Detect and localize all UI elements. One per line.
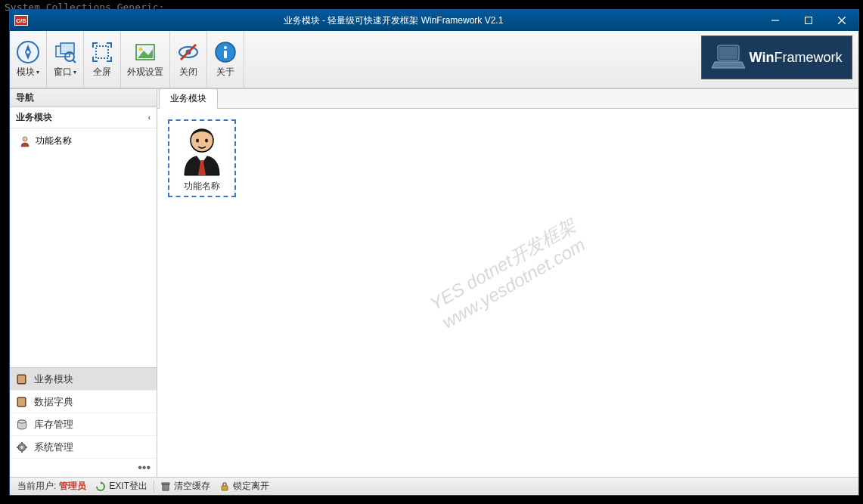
book-icon	[16, 396, 28, 408]
status-clear-cache[interactable]: 清空缓存	[156, 480, 215, 493]
statusbar: 当前用户: 管理员 EXIT登出 清空缓存 锁定离开	[10, 477, 858, 495]
status-current-user: 当前用户: 管理员	[13, 480, 91, 493]
nav-cat-inventory[interactable]: 库存管理	[10, 413, 157, 436]
chevron-down-icon: ▾	[73, 69, 76, 76]
status-user-label: 当前用户:	[17, 480, 56, 493]
nav-panel: 导航 业务模块 ‹ 功能名称 业务模块 数据字典	[10, 89, 157, 477]
ribbon-module-button[interactable]: 模块▾	[10, 31, 47, 88]
tab-strip: 业务模块	[157, 89, 858, 109]
svg-rect-27	[18, 398, 25, 406]
eye-off-icon	[176, 40, 200, 64]
fullscreen-icon	[90, 40, 114, 64]
nav-cat-label: 库存管理	[34, 418, 73, 431]
main-panel: 业务模块 功能名称	[157, 89, 858, 477]
titlebar[interactable]: C/S 业务模块 - 轻量级可快速开发框架 WinFramework V2.1	[10, 10, 858, 31]
svg-point-38	[205, 139, 208, 143]
ribbon-about-button[interactable]: 关于	[207, 31, 244, 88]
person-large-icon	[175, 124, 228, 177]
ribbon-window-button[interactable]: 窗口▾	[47, 31, 84, 88]
brand-logo: WinFramework	[701, 36, 852, 79]
nav-cat-label: 业务模块	[34, 373, 73, 386]
ribbon-appearance-label: 外观设置	[127, 66, 163, 79]
maximize-button[interactable]	[792, 10, 825, 31]
status-user-value: 管理员	[59, 480, 86, 493]
window-title: 业务模块 - 轻量级可快速开发框架 WinFramework V2.1	[28, 14, 759, 27]
ribbon-fullscreen-label: 全屏	[93, 66, 111, 79]
ribbon-appearance-button[interactable]: 外观设置	[121, 31, 170, 88]
ribbon-module-label: 模块	[17, 66, 35, 79]
svg-point-14	[139, 48, 143, 51]
gear-icon	[16, 441, 28, 453]
nav-section-label: 业务模块	[16, 111, 52, 124]
refresh-icon	[95, 481, 106, 492]
nav-cat-system[interactable]: 系统管理	[10, 436, 157, 459]
compass-icon	[16, 40, 40, 64]
svg-point-23	[23, 137, 27, 141]
svg-point-37	[196, 139, 199, 143]
status-exit-login[interactable]: EXIT登出	[91, 480, 152, 493]
minimize-button[interactable]	[759, 10, 792, 31]
module-card-function[interactable]: 功能名称	[168, 119, 236, 197]
picture-icon	[133, 40, 157, 64]
watermark-text: YES dotnet开发框架 www.yesdotnet.com	[426, 215, 590, 335]
info-icon	[213, 40, 237, 64]
trash-icon	[160, 481, 171, 492]
nav-tree: 功能名称	[10, 128, 157, 367]
svg-point-29	[18, 420, 26, 423]
svg-rect-20	[224, 51, 227, 58]
app-icon: C/S	[14, 15, 28, 26]
svg-rect-22	[719, 47, 737, 59]
nav-cat-business[interactable]: 业务模块	[10, 368, 157, 391]
ribbon-fullscreen-button[interactable]: 全屏	[84, 31, 121, 88]
status-cache-label: 清空缓存	[174, 480, 210, 493]
minimize-icon	[771, 17, 779, 24]
logo-prefix: Win	[750, 50, 775, 65]
logo-suffix: Framework	[774, 50, 842, 65]
tab-business-module[interactable]: 业务模块	[159, 88, 218, 109]
ribbon-toolbar: 模块▾ 窗口▾ 全屏 外观设置 关闭 关于 WinFramework	[10, 31, 858, 88]
svg-point-31	[20, 446, 23, 449]
dots-icon: •••	[138, 461, 151, 475]
nav-cat-label: 数据字典	[34, 395, 73, 409]
ribbon-close-button[interactable]: 关闭	[170, 31, 207, 88]
maximize-icon	[805, 17, 812, 24]
nav-cat-label: 系统管理	[34, 441, 73, 454]
close-icon	[838, 17, 846, 24]
svg-rect-42	[162, 483, 169, 484]
lock-icon	[219, 481, 230, 492]
chevron-down-icon: ▾	[36, 69, 39, 76]
close-window-button[interactable]	[825, 10, 858, 31]
main-content: 功能名称 YES dotnet开发框架 www.yesdotnet.com	[157, 109, 858, 477]
ribbon-about-label: 关于	[216, 66, 234, 79]
status-lock-leave[interactable]: 锁定离开	[215, 480, 274, 493]
tree-item-function[interactable]: 功能名称	[13, 131, 154, 150]
book-icon	[16, 373, 28, 385]
nav-categories: 业务模块 数据字典 库存管理 系统管理 •••	[10, 367, 157, 477]
status-lock-label: 锁定离开	[233, 480, 269, 493]
svg-rect-41	[163, 484, 169, 490]
svg-line-10	[73, 60, 76, 63]
ribbon-close-label: 关闭	[179, 66, 197, 79]
nav-header: 导航	[10, 89, 157, 107]
svg-rect-1	[806, 17, 812, 24]
ribbon-window-label: 窗口	[54, 66, 72, 79]
chevron-left-icon: ‹	[148, 113, 151, 122]
database-icon	[16, 419, 28, 431]
laptop-icon	[712, 42, 745, 73]
module-card-label: 功能名称	[172, 180, 231, 193]
nav-overflow-button[interactable]: •••	[10, 459, 157, 477]
nav-cat-dictionary[interactable]: 数据字典	[10, 391, 157, 413]
status-separator	[154, 481, 154, 493]
status-exit-label: EXIT登出	[109, 480, 147, 493]
tree-item-label: 功能名称	[36, 135, 72, 147]
app-window: C/S 业务模块 - 轻量级可快速开发框架 WinFramework V2.1 …	[9, 9, 859, 496]
person-icon	[19, 135, 31, 147]
svg-rect-25	[18, 376, 25, 383]
windows-icon	[53, 40, 77, 64]
svg-rect-43	[222, 486, 228, 490]
svg-point-19	[224, 46, 227, 49]
svg-rect-11	[96, 46, 108, 58]
svg-point-6	[26, 51, 30, 54]
nav-section-header[interactable]: 业务模块 ‹	[10, 107, 157, 128]
